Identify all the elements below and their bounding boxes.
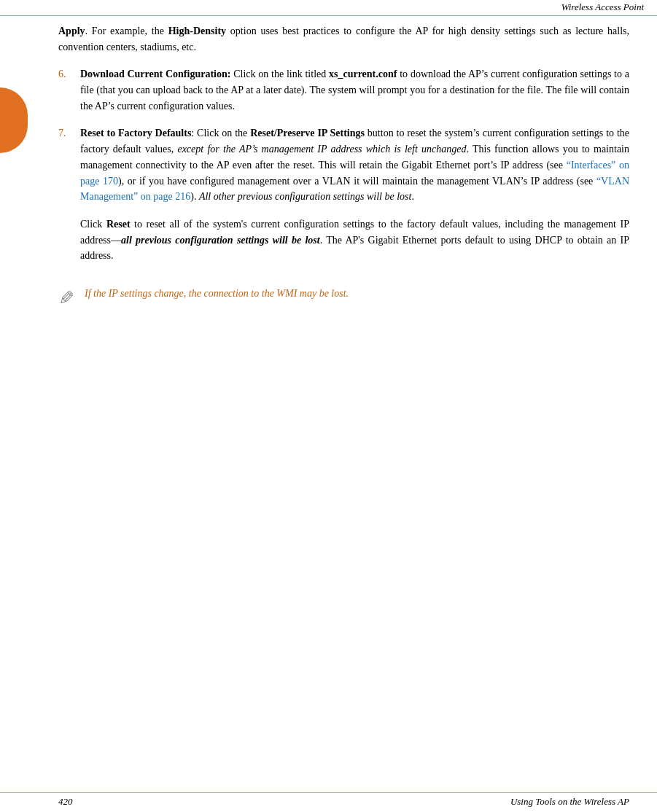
apply-word: Apply <box>58 26 85 36</box>
high-density-word: High-Density <box>168 26 226 36</box>
item7-body5: . <box>411 191 414 202</box>
item7-italic: except for the AP’s management IP addres… <box>177 144 466 155</box>
note-box: ✎ If the IP settings change, the connect… <box>58 278 629 319</box>
apply-paragraph: Apply. For example, the High-Density opt… <box>58 23 629 55</box>
all-previous-text: all previous configuration settings will… <box>121 235 320 246</box>
item6-heading: Download Current Configuration: <box>80 69 230 79</box>
page-header: Wireless Access Point <box>0 0 657 16</box>
item7-body3: ), or if you have configured management … <box>118 176 596 187</box>
item-number-7: 7. <box>58 125 80 204</box>
item7-bold-text: Reset/Preserve IP Settings <box>250 128 365 138</box>
header-title: Wireless Access Point <box>561 1 644 13</box>
footer-section: Using Tools on the Wireless AP <box>510 796 629 808</box>
list-item-7: 7. Reset to Factory Defaults: Click on t… <box>58 125 629 204</box>
item6-conf-link: xs_current.conf <box>329 69 397 79</box>
item7-body4: ). <box>190 191 199 202</box>
apply-text-1: . For example, the <box>85 26 168 36</box>
item7-italic2: All other previous configuration setting… <box>199 191 412 202</box>
main-content: Apply. For example, the High-Density opt… <box>0 16 657 341</box>
click-reset-paragraph: Click Reset to reset all of the system's… <box>80 216 629 264</box>
page-number: 420 <box>58 796 73 808</box>
click-text-before: Click <box>80 219 106 230</box>
note-text: If the IP settings change, the connectio… <box>85 284 349 301</box>
item-content-6: Download Current Configuration: Click on… <box>80 66 629 114</box>
reset-word: Reset <box>106 219 131 230</box>
page-footer: 420 Using Tools on the Wireless AP <box>0 792 657 812</box>
page-container: Wireless Access Point Apply. For example… <box>0 0 657 812</box>
item7-heading: Reset to Factory Defaults <box>80 128 191 138</box>
item-content-7: Reset to Factory Defaults: Click on the … <box>80 125 629 204</box>
item7-body-before: : Click on the <box>191 128 250 138</box>
item6-body: Click on the link titled <box>230 69 329 79</box>
item-number-6: 6. <box>58 66 80 114</box>
note-icon: ✎ <box>58 284 74 313</box>
list-item-6: 6. Download Current Configuration: Click… <box>58 66 629 114</box>
